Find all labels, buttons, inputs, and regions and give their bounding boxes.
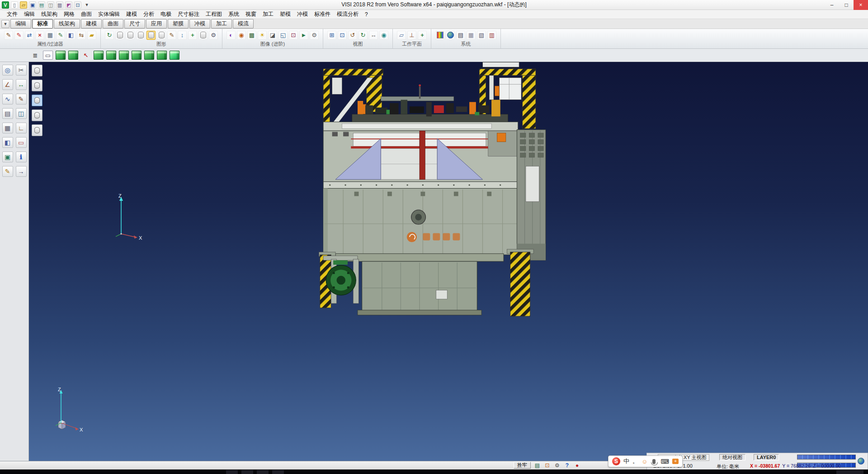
record-icon[interactable]: ● (573, 461, 581, 469)
select-pointer-icon[interactable]: ↖ (81, 51, 91, 60)
view-top-icon[interactable] (68, 51, 78, 60)
taskbar-item[interactable] (257, 470, 269, 474)
info-icon[interactable]: ℹ (16, 152, 27, 162)
layer-cylinder-icon[interactable] (115, 31, 124, 40)
lock-toggle-button[interactable]: 拴牢 (514, 462, 531, 469)
copy-properties-icon[interactable]: ✎ (14, 31, 24, 40)
ribbon-tab[interactable]: 模流 (233, 19, 254, 28)
menu-item[interactable]: 塑模 (277, 9, 294, 19)
ribbon-tab[interactable]: 冲模 (189, 19, 210, 28)
database-icon[interactable] (198, 31, 208, 40)
ime-toolbox-icon[interactable]: + (672, 459, 679, 464)
sync-database-icon[interactable]: ↕ (178, 31, 187, 40)
taskbar-item[interactable] (272, 470, 284, 474)
filter-db-1-icon[interactable] (32, 65, 42, 76)
palette-icon[interactable]: ◩ (65, 1, 72, 9)
advanced-settings-icon[interactable]: ⚙ (310, 31, 319, 40)
zoom-window-icon[interactable]: ⊞ (327, 31, 336, 40)
view-left-icon[interactable] (119, 51, 129, 60)
workplane-align-icon[interactable]: ⊥ (407, 31, 416, 40)
layers-icon[interactable]: ▤ (2, 108, 13, 119)
material-icon[interactable]: ◉ (237, 31, 246, 40)
ime-emoji-icon[interactable]: ☺ (642, 458, 647, 465)
quick-filter-icon[interactable]: ▰ (87, 31, 96, 40)
ribbon-tab[interactable]: 线架构 (54, 19, 80, 28)
curve-tool-icon[interactable]: ∿ (2, 94, 13, 104)
color-palette-icon[interactable] (435, 31, 444, 40)
view-front-icon[interactable] (94, 51, 104, 60)
sketch-icon[interactable]: ✎ (16, 94, 27, 104)
display-config-icon[interactable]: ▤ (38, 1, 45, 9)
save-file-icon[interactable]: ▣ (29, 1, 36, 9)
edit-filter-icon[interactable]: ✎ (56, 31, 65, 40)
menu-item[interactable]: 尺寸标注 (175, 9, 203, 19)
mirror-icon[interactable]: ◫ (16, 108, 27, 119)
ribbon-tab[interactable]: 应用 (146, 19, 167, 28)
layout-icon[interactable]: ◫ (47, 1, 54, 9)
active-style-icon[interactable] (146, 31, 156, 40)
wireframe-view-icon[interactable] (136, 31, 145, 40)
view-dynamic-icon[interactable] (170, 51, 179, 60)
menu-item[interactable]: ? (362, 10, 371, 19)
hatch-icon[interactable]: ▧ (477, 31, 486, 40)
snap-capture-icon[interactable]: ⊡ (543, 461, 551, 469)
viewport-3d[interactable]: Z X Z X (29, 62, 868, 461)
filter-db-5-icon[interactable] (32, 124, 42, 136)
menu-item[interactable]: 建模 (123, 9, 140, 19)
screen-config-icon[interactable]: ▤ (456, 31, 465, 40)
edit-properties-icon[interactable]: ✎ (4, 31, 13, 40)
group-icon[interactable]: ▣ (2, 152, 13, 162)
performance-icon[interactable]: ▥ (487, 31, 496, 40)
network-globe-icon[interactable] (858, 458, 864, 465)
ribbon-tab[interactable]: 建模 (81, 19, 102, 28)
corner-tool-icon[interactable]: ∟ (16, 123, 27, 133)
export-icon[interactable]: → (16, 166, 27, 177)
qat-dropdown-icon[interactable]: ▾ (83, 1, 90, 9)
refresh-graphics-icon[interactable]: ↻ (105, 31, 114, 40)
element-filter-icon[interactable]: ▦ (46, 31, 55, 40)
taskbar-tray[interactable] (836, 470, 863, 474)
view-right-icon[interactable] (132, 51, 142, 60)
tab-dropdown-button[interactable]: ▼ (1, 20, 9, 28)
menu-item[interactable]: 线架构 (38, 9, 61, 19)
menu-item[interactable]: 模流分析 (334, 9, 362, 19)
hidden-line-icon[interactable] (157, 31, 166, 40)
gear-icon[interactable]: ⚙ (553, 461, 561, 469)
view-axonometric-icon[interactable] (157, 51, 167, 60)
ribbon-tab[interactable]: 曲面 (103, 19, 123, 28)
menu-item[interactable]: 电极 (157, 9, 175, 19)
fill-color-icon[interactable]: ◧ (2, 137, 13, 148)
angle-measure-icon[interactable]: ∠ (2, 79, 13, 90)
move-entity-icon[interactable]: ↔ (16, 79, 27, 90)
sogou-logo-icon[interactable]: S (612, 457, 620, 465)
ribbon-tab[interactable]: 编辑 (10, 19, 31, 28)
menu-item[interactable]: 加工 (259, 9, 277, 19)
render-mode-icon[interactable]: ◐ (226, 31, 236, 40)
menu-item[interactable]: 冲模 (294, 9, 311, 19)
ribbon-tab[interactable]: 塑膜 (168, 19, 189, 28)
add-database-icon[interactable]: + (188, 31, 197, 40)
windows-taskbar[interactable] (0, 469, 868, 474)
view-menu-icon[interactable]: ≣ (30, 51, 40, 60)
workplane-origin-icon[interactable]: + (418, 31, 427, 40)
maximize-button[interactable]: □ (839, 0, 854, 10)
animation-icon[interactable]: ► (299, 31, 308, 40)
zoom-fit-icon[interactable]: ⊡ (338, 31, 347, 40)
dynamic-view-icon[interactable]: ◉ (379, 31, 388, 40)
help-icon[interactable]: ? (563, 461, 571, 469)
ime-keyboard-icon[interactable]: ⌨ (660, 458, 669, 465)
screen-capture-icon[interactable]: ⊡ (74, 1, 81, 9)
transfer-filter-icon[interactable]: ⇆ (77, 31, 86, 40)
menu-item[interactable]: 视窗 (242, 9, 259, 19)
shadow-icon[interactable]: ◪ (268, 31, 277, 40)
menu-item[interactable]: 编辑 (21, 9, 38, 19)
apply-filter-icon[interactable]: ◧ (66, 31, 75, 40)
lighting-icon[interactable]: ☀ (258, 31, 267, 40)
background-icon[interactable]: ◱ (278, 31, 288, 40)
minimize-button[interactable]: – (825, 0, 839, 10)
menu-item[interactable]: 工程图 (203, 9, 225, 19)
ribbon-tab[interactable]: 尺寸 (124, 19, 145, 28)
texture-icon[interactable]: ▩ (247, 31, 256, 40)
view-iso-icon[interactable] (56, 51, 66, 60)
trim-icon[interactable]: ✂ (16, 65, 27, 76)
